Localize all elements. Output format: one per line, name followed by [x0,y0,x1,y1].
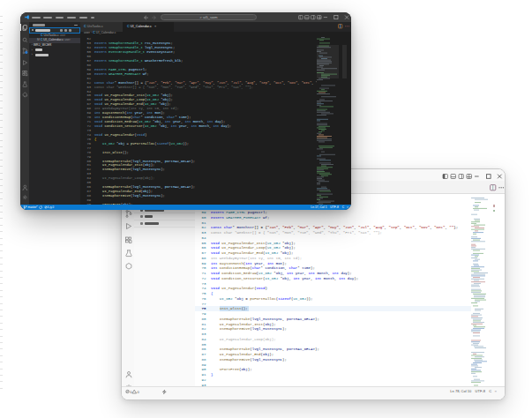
svg-text:0: 0 [138,389,140,393]
svg-text:0: 0 [48,205,49,209]
svg-text:0: 0 [53,205,55,209]
svg-text:master*: master* [28,205,39,209]
